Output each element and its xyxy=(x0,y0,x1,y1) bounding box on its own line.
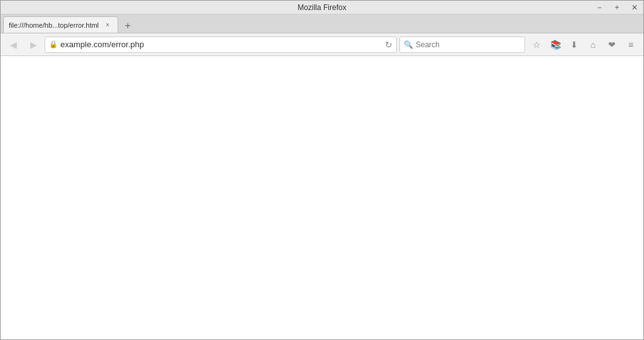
window-title: Mozilla Firefox xyxy=(297,3,346,12)
window-controls: − + ✕ xyxy=(591,1,643,14)
search-input[interactable] xyxy=(416,40,521,49)
refresh-button[interactable]: ↻ xyxy=(385,40,392,50)
back-button[interactable]: ◀ xyxy=(4,36,22,54)
toolbar-icons: ☆ 📚 ⬇ ⌂ ❤ ≡ xyxy=(528,36,640,54)
title-bar: Mozilla Firefox − + ✕ xyxy=(1,1,643,14)
search-bar-wrapper: 🔍 xyxy=(399,37,525,53)
tab-title: file:///home/hb...top/error.html xyxy=(9,21,99,29)
tab-close-button[interactable]: × xyxy=(103,20,113,30)
browser-tab[interactable]: file:///home/hb...top/error.html × xyxy=(3,16,118,33)
new-tab-button[interactable]: + xyxy=(119,19,136,33)
address-bar-wrapper: 🔒 ↻ xyxy=(45,37,397,53)
pocket-button[interactable]: ❤ xyxy=(603,36,621,54)
bookmark-star-button[interactable]: ☆ xyxy=(528,36,545,54)
lock-icon: 🔒 xyxy=(49,40,58,48)
home-button[interactable]: ⌂ xyxy=(584,36,602,54)
menu-button[interactable]: ≡ xyxy=(622,36,640,54)
address-bar[interactable] xyxy=(60,40,382,49)
history-button[interactable]: 📚 xyxy=(547,36,564,54)
minimize-button[interactable]: − xyxy=(591,1,608,14)
nav-bar: ◀ ▶ 🔒 ↻ 🔍 ☆ 📚 ⬇ ⌂ ❤ ≡ xyxy=(1,33,643,56)
page-content xyxy=(1,56,643,340)
search-icon: 🔍 xyxy=(404,40,413,49)
download-button[interactable]: ⬇ xyxy=(565,36,583,54)
tab-bar: file:///home/hb...top/error.html × + xyxy=(1,14,643,33)
maximize-button[interactable]: + xyxy=(608,1,626,14)
forward-button[interactable]: ▶ xyxy=(25,36,42,54)
close-button[interactable]: ✕ xyxy=(626,1,643,14)
